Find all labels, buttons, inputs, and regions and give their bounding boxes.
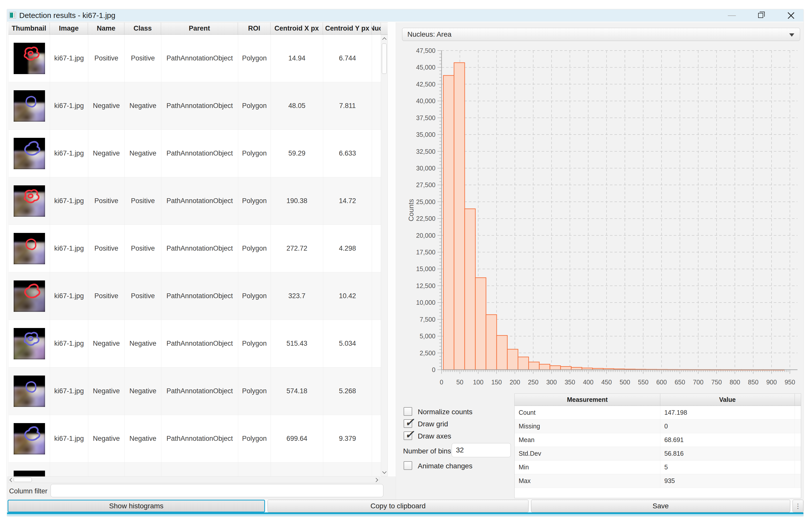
table-row[interactable]: ki67-1.jpgPositivePositivePathAnnotation… — [9, 272, 381, 320]
cell-parent: PathAnnotationObject — [161, 35, 238, 82]
draw-grid-label: Draw grid — [418, 420, 448, 428]
column-filter-input[interactable] — [50, 484, 384, 497]
cell-class: Negative — [125, 368, 161, 415]
cell-cy: 10.42 — [323, 272, 372, 320]
cell-class: Positive — [125, 225, 161, 272]
minimize-button[interactable] — [724, 9, 740, 21]
svg-text:300: 300 — [546, 378, 557, 386]
normalize-counts-checkbox[interactable] — [404, 407, 412, 416]
stats-table: MeasurementValue Count147.198Missing0Mea… — [514, 393, 801, 498]
draw-grid-checkbox[interactable]: ✓ — [404, 419, 412, 428]
number-of-bins-label: Number of bins — [403, 447, 451, 455]
vertical-scrollbar-thumb[interactable] — [382, 44, 387, 74]
cell-class: Negative — [125, 82, 161, 130]
chevron-down-icon — [789, 33, 794, 37]
column-header-centroid-x-px[interactable]: Centroid X px — [271, 22, 323, 34]
negative-cell-outline-icon — [14, 90, 45, 122]
draw-axes-checkbox[interactable]: ✓ — [404, 432, 412, 440]
window-bottom-edge — [7, 514, 803, 516]
svg-text:17,500: 17,500 — [416, 249, 435, 256]
table-row[interactable]: ki67-1.jpgNegativeNegativePathAnnotation… — [9, 368, 381, 415]
table-row[interactable]: ki67-1.jpgNegativeNegativePathAnnotation… — [9, 130, 381, 177]
cell-cx: 699.64 — [271, 415, 323, 462]
column-header-thumbnail[interactable]: Thumbnail — [8, 22, 50, 34]
svg-text:950: 950 — [785, 378, 795, 386]
stats-value: 68.691 — [660, 433, 795, 447]
column-header-parent[interactable]: Parent — [161, 22, 238, 34]
restore-button[interactable] — [753, 9, 770, 21]
positive-cell-outline-icon — [14, 43, 45, 74]
scroll-down-icon[interactable] — [382, 470, 387, 474]
detection-results-window: Detection results - ki67-1.jpg Thumbnail… — [0, 0, 812, 525]
cell-roi: Polygon — [238, 415, 271, 462]
svg-text:40,000: 40,000 — [416, 97, 435, 104]
cell-name: Positive — [88, 177, 125, 225]
column-header-nuc[interactable]: Nuc — [372, 22, 381, 34]
table-row[interactable]: ki67-1.jpgPositivePositivePathAnnotation… — [9, 177, 381, 225]
stats-measurement: Missing — [515, 420, 660, 433]
number-of-bins-input[interactable] — [452, 443, 511, 457]
column-header-image[interactable]: Image — [50, 22, 88, 34]
positive-cell-outline-icon — [14, 281, 45, 312]
svg-text:50: 50 — [456, 378, 464, 386]
svg-text:37,500: 37,500 — [416, 114, 435, 121]
svg-text:0: 0 — [432, 366, 435, 373]
cell-roi: Polygon — [238, 272, 271, 320]
svg-text:450: 450 — [601, 378, 612, 386]
svg-text:Counts: Counts — [407, 199, 415, 222]
column-header-class[interactable]: Class — [124, 22, 161, 34]
svg-text:15,000: 15,000 — [416, 265, 435, 272]
cell-name: Positive — [88, 272, 125, 320]
stats-header-value[interactable]: Value — [660, 394, 795, 406]
stats-row: Min5 — [515, 461, 801, 474]
column-header-name[interactable]: Name — [88, 22, 124, 34]
cell-cx: 190.38 — [271, 177, 323, 225]
draw-axes-label: Draw axes — [418, 432, 451, 440]
negative-cell-outline-icon — [14, 423, 45, 454]
scroll-left-icon[interactable] — [10, 478, 14, 482]
thumbnail-cell — [9, 272, 50, 320]
table-row[interactable]: ki67-1.jpgNegativeNegativePathAnnotation… — [9, 415, 381, 463]
table-row[interactable]: ki67-1.jpgPositivePositivePathAnnotation… — [9, 35, 381, 82]
table-row[interactable]: ki67-1.jpgNegativeNegativePathAnnotation… — [9, 320, 381, 368]
cell-nuc — [372, 320, 381, 367]
cell-image: ki67-1.jpg — [50, 35, 88, 82]
column-header-roi[interactable]: ROI — [238, 22, 271, 34]
stats-measurement: Max — [515, 474, 660, 487]
show-histograms-button[interactable]: Show histograms — [7, 500, 265, 512]
column-header-stub — [381, 22, 388, 34]
measurement-dropdown[interactable]: Nucleus: Area — [402, 28, 800, 41]
thumbnail-cell — [9, 177, 50, 225]
svg-text:250: 250 — [528, 378, 539, 386]
horizontal-scrollbar[interactable] — [8, 477, 379, 483]
vertical-scrollbar[interactable] — [381, 35, 388, 477]
cell-roi: Polygon — [238, 225, 271, 272]
cell-name: Negative — [88, 82, 125, 130]
cell-image: ki67-1.jpg — [50, 368, 88, 415]
horizontal-scrollbar-thumb[interactable] — [14, 478, 32, 482]
cell-parent: PathAnnotationObject — [161, 177, 238, 225]
table-row[interactable]: ki67-1.jpgPositivePositivePathAnnotation… — [9, 225, 381, 272]
stats-header-measurement[interactable]: Measurement — [515, 394, 660, 406]
close-button[interactable] — [782, 9, 799, 21]
scroll-right-icon[interactable] — [374, 478, 378, 482]
table-row[interactable] — [9, 463, 381, 477]
svg-text:20,000: 20,000 — [416, 232, 435, 239]
titlebar: Detection results - ki67-1.jpg — [7, 9, 803, 21]
cell-class: Negative — [125, 320, 161, 367]
save-button[interactable]: Save — [531, 500, 790, 512]
copy-to-clipboard-button[interactable]: Copy to clipboard — [268, 500, 528, 512]
detection-table: ki67-1.jpgPositivePositivePathAnnotation… — [8, 35, 381, 477]
animate-changes-checkbox[interactable] — [404, 461, 412, 470]
scroll-up-icon[interactable] — [382, 38, 387, 42]
table-row[interactable]: ki67-1.jpgNegativeNegativePathAnnotation… — [9, 82, 381, 130]
cell-image — [50, 463, 88, 477]
column-header-centroid-y-px[interactable]: Centroid Y px — [323, 22, 372, 34]
cell-roi: Polygon — [238, 130, 271, 177]
thumbnail-cell — [9, 368, 50, 415]
thumbnail-cell — [9, 463, 50, 477]
cell-cy: 5.268 — [323, 368, 372, 415]
overflow-button[interactable]: ⋮ — [793, 500, 803, 512]
positive-cell-outline-icon — [14, 185, 45, 217]
svg-text:42,500: 42,500 — [416, 81, 435, 88]
